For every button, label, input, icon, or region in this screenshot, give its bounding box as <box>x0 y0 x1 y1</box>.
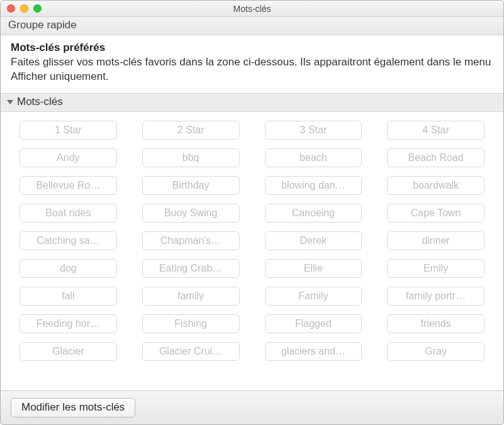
close-icon[interactable] <box>7 4 15 13</box>
keyword-tag[interactable]: fall <box>20 287 117 306</box>
edit-keywords-button[interactable]: Modifier les mots-clés <box>11 398 135 417</box>
keyword-tag[interactable]: Catching sa… <box>20 231 117 250</box>
window-title: Mots-clés <box>233 4 271 14</box>
keyword-tag[interactable]: friends <box>387 314 484 333</box>
traffic-lights <box>7 4 42 13</box>
keyword-tag[interactable]: glaciers and… <box>265 342 362 361</box>
keyword-tag[interactable]: bbq <box>142 148 240 167</box>
keyword-tag[interactable]: Glacier <box>20 342 117 361</box>
description-area: Mots-clés préférés Faites glisser vos mo… <box>1 35 503 94</box>
keywords-window: Mots-clés Groupe rapide Mots-clés préfér… <box>0 0 504 425</box>
keyword-tag[interactable]: Derek <box>265 231 362 250</box>
keyword-tag[interactable]: 2 Star <box>142 121 240 140</box>
keyword-tag[interactable]: Boat rides <box>20 204 117 223</box>
keyword-tag[interactable]: Flagged <box>265 314 362 333</box>
keyword-tag[interactable]: Emily <box>387 259 484 278</box>
keyword-tag[interactable]: Ellie <box>265 259 362 278</box>
keyword-tag[interactable]: 1 Star <box>20 121 117 140</box>
keyword-tag[interactable]: Bellevue Ro… <box>20 176 117 195</box>
toolbar: Groupe rapide <box>1 17 503 35</box>
keyword-tag[interactable]: Canoeing <box>265 204 362 223</box>
keyword-tag[interactable]: family <box>142 287 240 306</box>
keyword-tag[interactable]: boardwalk <box>387 176 484 195</box>
keyword-tag[interactable]: dog <box>20 259 117 278</box>
keyword-tag[interactable]: Beach Road <box>387 148 484 167</box>
chevron-down-icon <box>7 100 13 104</box>
keyword-tag[interactable]: Eating Crab… <box>142 259 240 278</box>
keywords-area[interactable]: 1 Star2 Star3 Star4 StarAndybbqbeachBeac… <box>1 112 503 390</box>
minimize-icon[interactable] <box>20 4 28 13</box>
keyword-tag[interactable]: family portr… <box>387 287 484 306</box>
keyword-tag[interactable]: Chapman's… <box>142 231 240 250</box>
keyword-tag[interactable]: Feeding hor… <box>20 314 117 333</box>
keyword-tag[interactable]: Fishing <box>142 314 240 333</box>
keyword-tag[interactable]: Andy <box>20 148 117 167</box>
description-title: Mots-clés préférés <box>11 41 493 54</box>
keyword-tag[interactable]: Birthday <box>142 176 240 195</box>
bottom-bar: Modifier les mots-clés <box>1 390 503 424</box>
keyword-tag[interactable]: blowing dan… <box>265 176 362 195</box>
description-body: Faites glisser vos mots-clés favoris dan… <box>11 55 493 84</box>
keyword-tag[interactable]: Buoy Swing <box>142 204 240 223</box>
keyword-tag[interactable]: Gray <box>387 342 484 361</box>
keyword-tag[interactable]: Cape Town <box>387 204 484 223</box>
keyword-tag[interactable]: 3 Star <box>265 121 362 140</box>
keyword-tag[interactable]: Glacier Crui… <box>142 342 240 361</box>
section-title: Mots-clés <box>17 96 63 108</box>
titlebar: Mots-clés <box>1 1 503 17</box>
keyword-tag[interactable]: Family <box>265 287 362 306</box>
keyword-tag[interactable]: beach <box>265 148 362 167</box>
keywords-grid: 1 Star2 Star3 Star4 StarAndybbqbeachBeac… <box>20 121 484 361</box>
keyword-tag[interactable]: 4 Star <box>387 121 484 140</box>
keyword-tag[interactable]: dinner <box>387 231 484 250</box>
zoom-icon[interactable] <box>33 4 42 13</box>
quick-group-label: Groupe rapide <box>8 19 496 31</box>
section-header[interactable]: Mots-clés <box>1 94 503 112</box>
